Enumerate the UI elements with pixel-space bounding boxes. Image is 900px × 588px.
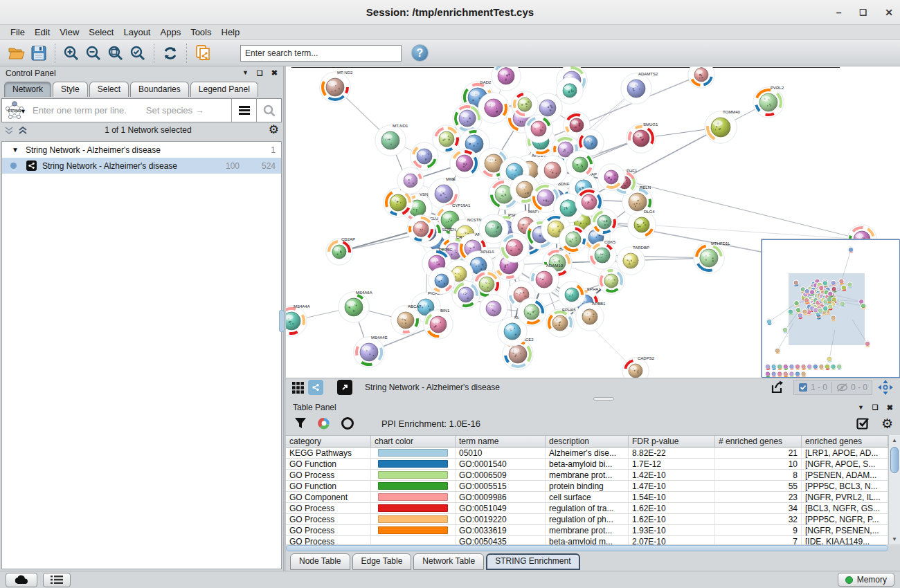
menu-item-help[interactable]: Help xyxy=(217,26,245,39)
tab-string-enrichment[interactable]: STRING Enrichment xyxy=(486,553,579,570)
chart-settings-icon[interactable] xyxy=(316,416,332,431)
table-row[interactable]: KEGG Pathways05010Alzheimer's dise...8.8… xyxy=(286,448,888,459)
enrichment-settings-gear-icon[interactable]: ⚙ xyxy=(881,417,893,430)
tab-legend-panel[interactable]: Legend Panel xyxy=(190,82,258,97)
table-row[interactable]: GO ProcessGO:0051049regulation of tra...… xyxy=(286,503,888,514)
close-icon[interactable]: ✕ xyxy=(885,8,893,17)
splitter-grip[interactable] xyxy=(279,310,285,332)
network-node-mt-nd1[interactable]: MT-ND1 xyxy=(375,124,408,156)
collapse-all-icon[interactable] xyxy=(4,125,14,135)
network-node[interactable] xyxy=(478,93,509,123)
network-node[interactable] xyxy=(411,143,438,170)
network-node-cd2ap[interactable]: CD2AP xyxy=(326,237,355,265)
menu-item-file[interactable]: File xyxy=(6,26,30,39)
column-header-chart-color[interactable]: chart color xyxy=(371,436,456,447)
network-node[interactable] xyxy=(566,151,594,178)
table-vertical-scrollbar[interactable]: ▲ ▼ xyxy=(888,435,900,544)
network-node[interactable] xyxy=(433,125,460,153)
network-node-mthfd1l[interactable]: MTHFD1L xyxy=(694,241,731,273)
network-node[interactable] xyxy=(492,66,521,91)
column-header-category[interactable]: category xyxy=(286,436,371,447)
tab-node-table[interactable]: Node Table xyxy=(290,553,350,570)
table-horizontal-scrollbar[interactable] xyxy=(286,545,888,551)
network-node-ms4a6a[interactable]: MS4A6A xyxy=(339,291,372,322)
table-row[interactable]: GO ProcessGO:0050435beta-amyloid m...2.0… xyxy=(286,536,888,544)
column-header-description[interactable]: description xyxy=(546,436,629,447)
zoom-selected-icon[interactable] xyxy=(127,43,148,64)
minimize-icon[interactable]: – xyxy=(836,8,842,17)
tab-select[interactable]: Select xyxy=(89,82,129,97)
column-header-fdr-p-value[interactable]: FDR p-value xyxy=(629,436,715,447)
network-node[interactable] xyxy=(688,66,714,88)
task-history-icon[interactable] xyxy=(43,573,71,587)
birdseye-view[interactable] xyxy=(762,239,900,378)
search-input[interactable] xyxy=(240,45,402,62)
column-header--enriched-genes[interactable]: # enriched genes xyxy=(715,436,802,447)
string-options-icon[interactable] xyxy=(231,99,256,122)
maximize-icon[interactable]: ❑ xyxy=(860,8,867,17)
network-node[interactable] xyxy=(557,77,583,104)
menu-item-edit[interactable]: Edit xyxy=(30,26,55,39)
table-panel-float-icon[interactable]: ❑ xyxy=(872,404,879,411)
table-row[interactable]: GO ComponentGO:0009986cell surface1.54E-… xyxy=(286,492,888,503)
network-collection-row[interactable]: ▼ String Network - Alzheimer's disease 1 xyxy=(2,142,281,158)
table-row[interactable]: GO ProcessGO:0006509membrane prot...1.42… xyxy=(286,470,888,481)
collection-expand-icon[interactable]: ▼ xyxy=(12,146,19,154)
cloud-status-icon[interactable] xyxy=(6,573,37,587)
birdseye-toggle-icon[interactable] xyxy=(878,380,893,395)
export-network-icon[interactable] xyxy=(770,380,785,395)
panel-float-icon[interactable]: ❑ xyxy=(257,70,263,77)
select-terms-icon[interactable] xyxy=(856,416,870,430)
network-node-ms4a4a[interactable]: MS4A4A xyxy=(286,304,310,336)
table-row[interactable]: GO ProcessGO:0019220regulation of ph...1… xyxy=(286,514,888,525)
refresh-icon[interactable] xyxy=(160,43,181,64)
network-node[interactable] xyxy=(453,104,482,133)
filter-enrichment-icon[interactable] xyxy=(293,416,308,431)
horizontal-splitter[interactable] xyxy=(286,396,900,402)
network-node-ms4a4e[interactable]: MS4A4E xyxy=(354,336,388,367)
tab-edge-table[interactable]: Edge Table xyxy=(352,553,412,570)
network-node-cadps2[interactable]: CADPS2 xyxy=(622,356,655,378)
save-session-icon[interactable] xyxy=(28,43,49,64)
network-node-tardbp[interactable]: TARDBP xyxy=(617,246,649,275)
network-node[interactable] xyxy=(512,91,538,118)
panel-close-icon[interactable]: ✖ xyxy=(271,69,278,77)
string-logo-icon[interactable]: STRING ▼ xyxy=(2,99,27,122)
tab-network[interactable]: Network xyxy=(4,82,51,97)
network-node[interactable] xyxy=(518,298,546,326)
table-row[interactable]: GO ProcessGO:0033619membrane prot...1.93… xyxy=(286,525,888,536)
string-dropdown-caret-icon[interactable]: ▼ xyxy=(20,108,26,115)
network-node-smug1[interactable]: SMUG1 xyxy=(627,122,658,153)
open-session-icon[interactable] xyxy=(6,43,27,64)
network-node[interactable] xyxy=(480,295,507,322)
network-node[interactable] xyxy=(598,164,624,190)
network-node[interactable] xyxy=(429,268,455,294)
network-node-epha5[interactable]: EPHA5 xyxy=(546,308,577,337)
string-query-placeholder[interactable]: Enter one term per line. xyxy=(33,105,127,116)
network-node[interactable] xyxy=(500,233,529,262)
network-node-tomm40[interactable]: TOMM40 xyxy=(705,110,741,143)
network-canvas[interactable]: MT-ND2MT-ND1VSNL1GAD2ADAMTS2PVRL2TOMM40S… xyxy=(286,66,900,378)
network-view-icon[interactable] xyxy=(308,380,323,395)
network-node[interactable] xyxy=(559,282,585,308)
column-header-term-name[interactable]: term name xyxy=(456,436,546,447)
network-node[interactable] xyxy=(452,281,480,309)
scrollbar-thumb[interactable] xyxy=(890,447,899,473)
menu-item-view[interactable]: View xyxy=(55,26,84,39)
tab-network-table[interactable]: Network Table xyxy=(413,553,484,570)
table-panel-menu-icon[interactable]: ▼ xyxy=(858,405,864,411)
string-search-icon[interactable] xyxy=(256,99,281,122)
menu-item-select[interactable]: Select xyxy=(84,26,118,39)
menu-item-layout[interactable]: Layout xyxy=(118,26,155,39)
network-node-mt-nd2[interactable]: MT-ND2 xyxy=(320,71,353,102)
zoom-out-icon[interactable] xyxy=(83,43,104,64)
tab-boundaries[interactable]: Boundaries xyxy=(130,82,189,97)
network-node[interactable] xyxy=(407,215,435,243)
set-species-label[interactable]: Set species → xyxy=(146,105,204,116)
network-node[interactable] xyxy=(598,268,624,294)
table-panel-close-icon[interactable]: ✖ xyxy=(887,404,893,412)
network-node[interactable] xyxy=(591,209,618,235)
zoom-in-icon[interactable] xyxy=(61,43,82,64)
network-node[interactable] xyxy=(397,167,424,194)
network-node[interactable] xyxy=(538,156,567,185)
